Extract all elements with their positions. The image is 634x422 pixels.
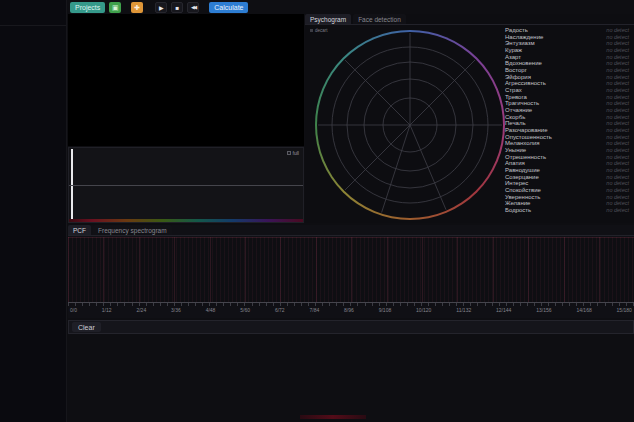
frame-icon: ▣ bbox=[112, 4, 119, 11]
emotion-row: Равнодушие no detect bbox=[505, 167, 629, 174]
emotion-value: no detect bbox=[606, 94, 629, 100]
emotion-row: Восторг no detect bbox=[505, 67, 629, 74]
emotion-row: Интерес no detect bbox=[505, 180, 629, 187]
emotion-row: Страх no detect bbox=[505, 87, 629, 94]
axis-tick-label: 13/156 bbox=[536, 307, 551, 313]
rewind-button[interactable]: ◀◀ bbox=[187, 2, 199, 13]
psychogram-tabbar: Psychogram Face detection bbox=[305, 14, 634, 25]
emotion-value: no detect bbox=[606, 207, 629, 213]
emotion-row: Апатия no detect bbox=[505, 160, 629, 167]
axis-tick-label: 8/96 bbox=[344, 307, 354, 313]
axis-tick-label: 3/36 bbox=[171, 307, 181, 313]
emotion-value: no detect bbox=[606, 187, 629, 193]
legend-swatch-icon bbox=[310, 29, 313, 32]
emotion-name: Скорбь bbox=[505, 114, 525, 120]
emotion-value: no detect bbox=[606, 114, 629, 120]
axis-tick-label: 7/84 bbox=[309, 307, 319, 313]
full-checkbox-label: full bbox=[293, 150, 299, 156]
axis-tick-label: 5/60 bbox=[240, 307, 250, 313]
plus-icon: ✚ bbox=[134, 4, 140, 11]
psychogram-radar-chart bbox=[315, 30, 505, 220]
emotion-name: Кураж bbox=[505, 47, 522, 53]
left-sidebar[interactable] bbox=[0, 0, 67, 422]
axis-tick-label: 1/12 bbox=[102, 307, 112, 313]
emotion-value: no detect bbox=[606, 167, 629, 173]
emotion-row: Спокойствие no detect bbox=[505, 187, 629, 194]
emotion-name: Энтузиазм bbox=[505, 40, 535, 46]
axis-tick-label: 0/0 bbox=[70, 307, 77, 313]
emotion-value: no detect bbox=[606, 180, 629, 186]
waveform-panel[interactable]: full bbox=[68, 147, 304, 223]
tab-psychogram[interactable]: Psychogram bbox=[305, 14, 351, 24]
emotion-row: Отрешенность no detect bbox=[505, 154, 629, 161]
axis-tick-label: 14/168 bbox=[576, 307, 591, 313]
axis-tick-label: 6/72 bbox=[275, 307, 285, 313]
axis-tick-label: 9/108 bbox=[379, 307, 392, 313]
emotion-name: Меланхолия bbox=[505, 140, 540, 146]
axis-tick-label: 15/180 bbox=[617, 307, 632, 313]
emotion-value: no detect bbox=[606, 134, 629, 140]
emotion-name: Наслаждение bbox=[505, 34, 543, 40]
emotion-value: no detect bbox=[606, 127, 629, 133]
checkbox-icon[interactable] bbox=[287, 151, 291, 155]
emotion-row: Бодрость no detect bbox=[505, 207, 629, 214]
axis-tick-label: 11/132 bbox=[456, 307, 471, 313]
emotion-row: Отчаяние no detect bbox=[505, 107, 629, 114]
emotion-name: Опустошенность bbox=[505, 134, 552, 140]
emotion-value: no detect bbox=[606, 27, 629, 33]
emotion-name: Азарт bbox=[505, 54, 521, 60]
emotion-value: no detect bbox=[606, 160, 629, 166]
emotion-row: Эйфория no detect bbox=[505, 74, 629, 81]
axis-tick-label: 12/144 bbox=[496, 307, 511, 313]
calculate-button[interactable]: Calculate bbox=[209, 2, 248, 13]
playhead-marker[interactable] bbox=[71, 149, 73, 219]
emotion-name: Восторг bbox=[505, 67, 527, 73]
emotion-row: Наслаждение no detect bbox=[505, 34, 629, 41]
open-media-icon-button[interactable]: ▣ bbox=[109, 2, 121, 13]
emotion-row: Печаль no detect bbox=[505, 120, 629, 127]
emotion-name: Уверенность bbox=[505, 194, 540, 200]
emotion-value: no detect bbox=[606, 174, 629, 180]
emotion-row: Вдохновение no detect bbox=[505, 60, 629, 67]
psychogram-panel: Psychogram Face detection decart bbox=[305, 14, 634, 223]
emotion-value: no detect bbox=[606, 200, 629, 206]
add-icon-button[interactable]: ✚ bbox=[131, 2, 143, 13]
clear-bar: Clear bbox=[68, 320, 634, 334]
emotion-name: Страх bbox=[505, 87, 522, 93]
emotion-row: Радость no detect bbox=[505, 27, 629, 34]
spectrogram-plot-area[interactable] bbox=[68, 237, 634, 302]
emotion-name: Печаль bbox=[505, 120, 526, 126]
emotion-value: no detect bbox=[606, 74, 629, 80]
emotion-name: Трагичность bbox=[505, 100, 539, 106]
tab-frequency-spectrogram[interactable]: Frequency spectrogram bbox=[93, 225, 172, 235]
emotion-value: no detect bbox=[606, 194, 629, 200]
stop-button[interactable]: ■ bbox=[171, 2, 183, 13]
emotion-value: no detect bbox=[606, 120, 629, 126]
emotion-name: Бодрость bbox=[505, 207, 531, 213]
emotion-name: Радость bbox=[505, 27, 528, 33]
axis-tick-label: 10/120 bbox=[416, 307, 431, 313]
waveform-color-strip bbox=[69, 219, 303, 222]
emotion-name: Интерес bbox=[505, 180, 528, 186]
app-window: Projects ▣ ✚ ▶ ■ ◀◀ Calculate full Psych… bbox=[0, 0, 634, 422]
emotion-name: Спокойствие bbox=[505, 187, 541, 193]
emotion-value: no detect bbox=[606, 100, 629, 106]
emotion-value: no detect bbox=[606, 107, 629, 113]
emotion-value: no detect bbox=[606, 47, 629, 53]
emotion-row: Уверенность no detect bbox=[505, 194, 629, 201]
full-checkbox[interactable]: full bbox=[287, 150, 299, 156]
emotion-value: no detect bbox=[606, 60, 629, 66]
sidebar-divider bbox=[0, 25, 66, 26]
emotion-name: Созерцание bbox=[505, 174, 539, 180]
play-button[interactable]: ▶ bbox=[155, 2, 167, 13]
clear-button[interactable]: Clear bbox=[72, 322, 101, 332]
tab-pcf[interactable]: PCF bbox=[68, 225, 91, 235]
emotion-name: Уныние bbox=[505, 147, 526, 153]
emotion-row: Меланхолия no detect bbox=[505, 140, 629, 147]
rewind-icon: ◀◀ bbox=[191, 5, 196, 10]
emotion-row: Азарт no detect bbox=[505, 54, 629, 61]
tab-face-detection[interactable]: Face detection bbox=[353, 14, 406, 24]
projects-button[interactable]: Projects bbox=[70, 2, 105, 13]
emotion-value: no detect bbox=[606, 140, 629, 146]
emotion-row: Трагичность no detect bbox=[505, 100, 629, 107]
